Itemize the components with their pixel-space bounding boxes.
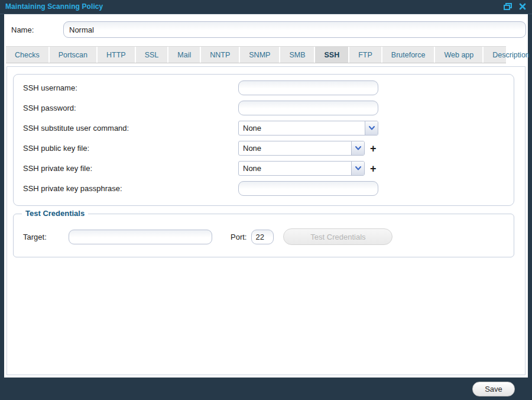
chevron-down-icon[interactable] xyxy=(351,162,364,175)
dialog-body: Name: Checks Portscan HTTP SSL Mail NNTP… xyxy=(4,14,528,378)
ssh-public-key-file-label: SSH public key file: xyxy=(23,144,238,153)
titlebar[interactable]: Maintaining Scanning Policy xyxy=(0,0,532,14)
chevron-down-icon[interactable] xyxy=(351,141,364,155)
tab-ssl[interactable]: SSL xyxy=(136,47,169,63)
selected-value: None xyxy=(239,121,365,135)
test-credentials-button[interactable]: Test Credentials xyxy=(283,228,392,245)
port-label: Port: xyxy=(231,233,246,241)
ssh-password-label: SSH password: xyxy=(23,104,238,112)
selected-value: None xyxy=(239,162,351,175)
target-input[interactable] xyxy=(69,230,212,244)
ssh-private-key-passphrase-input[interactable] xyxy=(238,181,378,196)
restore-window-icon[interactable] xyxy=(504,3,512,10)
tab-mail[interactable]: Mail xyxy=(168,47,201,63)
test-credentials-group: Test Credentials Target: Port: Test Cred… xyxy=(13,214,514,257)
form-row: SSH username: xyxy=(14,80,514,95)
tab-http[interactable]: HTTP xyxy=(98,47,136,63)
test-credentials-legend: Test Credentials xyxy=(22,209,88,218)
port-input[interactable] xyxy=(251,230,274,244)
ssh-username-label: SSH username: xyxy=(23,83,238,92)
tab-portscan[interactable]: Portscan xyxy=(50,47,98,63)
tab-description[interactable]: Description xyxy=(484,47,532,63)
form-row: SSH public key file: None + xyxy=(14,141,514,156)
ssh-password-input[interactable] xyxy=(238,101,378,115)
ssh-fields-group: SSH username: SSH password: SSH substitu… xyxy=(13,74,514,206)
test-credentials-row: Target: Port: Test Credentials xyxy=(23,228,504,245)
ssh-substitute-user-command-select[interactable]: None xyxy=(238,121,378,136)
ssh-private-key-passphrase-label: SSH private key passphrase: xyxy=(23,184,238,193)
tab-snmp[interactable]: SNMP xyxy=(240,47,280,63)
tab-nntp[interactable]: NNTP xyxy=(201,47,240,63)
form-row: SSH private key passphrase: xyxy=(14,181,514,196)
tab-smb[interactable]: SMB xyxy=(280,47,315,63)
form-row: SSH substitute user command: None xyxy=(14,121,514,136)
add-public-key-icon[interactable]: + xyxy=(370,143,377,154)
add-private-key-icon[interactable]: + xyxy=(370,163,377,174)
form-row: SSH password: xyxy=(14,101,514,115)
ssh-private-key-file-select[interactable]: None xyxy=(238,161,365,176)
tab-web-app[interactable]: Web app xyxy=(435,47,484,63)
tab-content-panel: SSH username: SSH password: SSH substitu… xyxy=(7,66,525,375)
save-button[interactable]: Save xyxy=(472,382,515,396)
ssh-public-key-file-select[interactable]: None xyxy=(238,141,365,156)
form-row: SSH private key file: None + xyxy=(14,161,514,176)
tab-ssh[interactable]: SSH xyxy=(315,47,349,63)
close-icon[interactable] xyxy=(518,3,527,10)
target-label: Target: xyxy=(23,233,69,241)
tabstrip: Checks Portscan HTTP SSL Mail NNTP SNMP … xyxy=(6,46,506,63)
name-row: Name: xyxy=(8,21,526,38)
dialog-window: Maintaining Scanning Policy Name: Che xyxy=(0,0,532,400)
name-label: Name: xyxy=(8,25,63,34)
ssh-substitute-user-command-label: SSH substitute user command: xyxy=(23,124,238,133)
tab-bruteforce[interactable]: Bruteforce xyxy=(382,47,436,63)
dialog-footer: Save xyxy=(0,378,532,400)
tab-checks[interactable]: Checks xyxy=(6,47,50,63)
tab-ftp[interactable]: FTP xyxy=(349,47,382,63)
selected-value: None xyxy=(239,141,351,155)
ssh-username-input[interactable] xyxy=(238,80,378,95)
chevron-down-icon[interactable] xyxy=(365,121,378,135)
dialog-title: Maintaining Scanning Policy xyxy=(5,2,103,11)
policy-name-input[interactable] xyxy=(63,21,526,38)
ssh-private-key-file-label: SSH private key file: xyxy=(23,164,238,173)
